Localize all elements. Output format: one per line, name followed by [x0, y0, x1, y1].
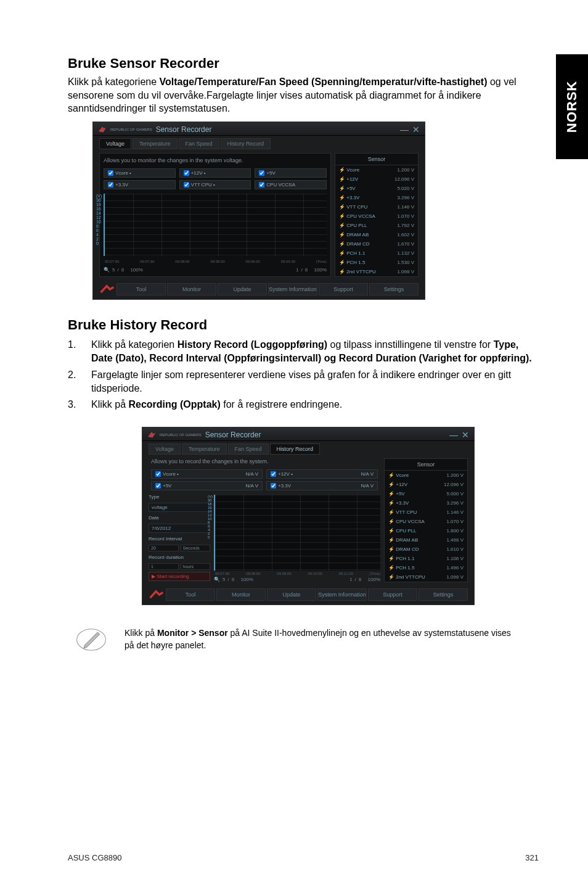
sensor-name: ⚡ PCH 1.5: [339, 260, 365, 265]
nav-support-2[interactable]: Support: [368, 588, 417, 601]
tab-temperature[interactable]: Temperature: [133, 138, 178, 149]
sensor-value: 1.800 V: [446, 528, 463, 534]
app-title-2: Sensor Recorder: [205, 431, 446, 439]
check-vcore-2-label: Vcore •: [163, 471, 179, 477]
bottom-nav: Tool Monitor Update System Information S…: [93, 283, 425, 299]
duration-value[interactable]: 1: [149, 563, 179, 570]
check-3v3[interactable]: +3.3V: [104, 180, 176, 189]
nav-settings-2[interactable]: Settings: [419, 588, 468, 601]
check-vcore-box[interactable]: [108, 170, 113, 176]
check-12v-box[interactable]: [184, 170, 189, 176]
x-time-3: 09:08:30: [210, 260, 224, 263]
check-vttcpu[interactable]: VTT CPU •: [179, 180, 251, 189]
interval-unit[interactable]: Seconds: [181, 545, 211, 551]
tab-fan-speed[interactable]: Fan Speed: [179, 138, 219, 149]
sensor-row: ⚡ DRAM AB1.498 V: [385, 535, 467, 545]
check-vcore-2-val: N/A V: [246, 471, 258, 477]
section2-steps: 1. Klikk på kategorien History Record (L…: [68, 337, 539, 412]
sensor-name: ⚡ DRAM CD: [388, 547, 419, 552]
check-5v-box[interactable]: [259, 170, 264, 176]
nav-settings[interactable]: Settings: [369, 283, 419, 295]
rog-logo-icon: [147, 431, 156, 439]
tab-voltage[interactable]: Voltage: [99, 138, 131, 149]
check-12v-2[interactable]: +12V •N/A V: [266, 469, 378, 479]
date-select[interactable]: 7/6/2012: [149, 524, 210, 533]
step-3-mid: for å registrere endringene.: [221, 399, 342, 410]
sensor-value: 1.098 V: [397, 269, 414, 274]
x-time-0: 00:07:00: [105, 260, 119, 263]
category-tabs-2: Voltage Temperature Fan Speed History Re…: [142, 441, 474, 455]
minimize-icon[interactable]: —: [449, 430, 458, 440]
section2-heading: Bruke History Record: [68, 317, 539, 333]
zoom-l1: /: [117, 267, 118, 273]
check-3v3-box[interactable]: [108, 182, 113, 188]
check-vccsa-box[interactable]: [259, 182, 264, 188]
check-3v3-2[interactable]: +3.3VN/A V: [266, 481, 378, 490]
app-titlebar: REPUBLIC OF GAMERS Sensor Recorder — ✕: [93, 122, 425, 136]
nav-tool[interactable]: Tool: [116, 283, 166, 295]
zoom-icon[interactable]: 🔍: [214, 577, 220, 582]
graph-panel: Allows you to monitor the changes in the…: [99, 153, 331, 277]
nav-monitor-2[interactable]: Monitor: [216, 588, 266, 601]
minimize-icon[interactable]: —: [400, 125, 409, 134]
check-5v-2-box[interactable]: [155, 483, 161, 489]
step-1-b1: History Record (Loggoppføring): [178, 339, 328, 350]
check-3v3-2-val: N/A V: [361, 483, 374, 489]
date-label: Date: [149, 514, 210, 522]
check-5v-label: +5V: [266, 170, 275, 176]
check-5v-2[interactable]: +5VN/A V: [151, 481, 263, 490]
check-vcore[interactable]: Vcore •: [104, 168, 176, 178]
close-icon[interactable]: ✕: [462, 430, 469, 440]
zoom-icon[interactable]: 🔍: [104, 267, 110, 273]
x-time-1: 09:07:30: [140, 260, 154, 263]
nav-tool-2[interactable]: Tool: [166, 588, 215, 601]
check-vttcpu-box[interactable]: [184, 182, 189, 188]
close-icon[interactable]: ✕: [412, 125, 420, 134]
section1-intro-pre: Klikk på kategoriene: [68, 76, 160, 87]
pencil-icon: [74, 622, 108, 657]
z2l3: 100%: [240, 577, 253, 582]
asus-logo-icon: [99, 283, 115, 295]
check-5v[interactable]: +5V: [255, 168, 327, 178]
tab-temperature-2[interactable]: Temperature: [182, 444, 227, 455]
interval-label: Record Interval: [149, 535, 210, 543]
sensor-row: ⚡ CPU PLL1.800 V: [385, 526, 467, 535]
step-2-num: 2.: [68, 368, 91, 396]
tab-voltage-2[interactable]: Voltage: [149, 444, 181, 455]
type-label: Type: [149, 493, 210, 501]
sensor-name: ⚡ +12V: [339, 176, 358, 182]
sensor-value: 1.070 V: [446, 519, 463, 524]
check-vcore-2[interactable]: Vcore •N/A V: [151, 469, 263, 479]
check-vccsa[interactable]: CPU VCCSA: [255, 180, 327, 189]
sensor-value: 12.096 V: [444, 482, 463, 487]
tab-history-record[interactable]: History Record: [221, 138, 271, 149]
check-12v-2-box[interactable]: [271, 471, 276, 477]
type-select[interactable]: voltage: [149, 503, 210, 512]
step-2: 2. Fargelagte linjer som representerer v…: [68, 368, 539, 396]
screenshot-sensor-recorder-history: REPUBLIC OF GAMERS Sensor Recorder — ✕ V…: [142, 427, 475, 605]
sensor-row: ⚡ VTT CPU1.146 V: [385, 508, 467, 517]
duration-unit[interactable]: hours: [181, 563, 211, 570]
step-3: 3. Klikk på Recording (Opptak) for å reg…: [68, 398, 539, 411]
sensor-value: 1.106 V: [446, 556, 463, 561]
start-recording-button[interactable]: ▶ Start recording: [149, 572, 210, 581]
nav-system-info[interactable]: System Information: [268, 283, 317, 295]
tab-history-record-2[interactable]: History Record: [270, 444, 321, 455]
nav-update[interactable]: Update: [218, 283, 267, 295]
nav-monitor[interactable]: Monitor: [167, 283, 216, 295]
page-footer: ASUS CG8890 321: [68, 853, 539, 862]
nav-support[interactable]: Support: [319, 283, 368, 295]
check-3v3-2-box[interactable]: [271, 483, 276, 489]
interval-value[interactable]: 20: [149, 545, 179, 551]
check-vcore-2-box[interactable]: [155, 471, 161, 477]
nav-system-info-2[interactable]: System Information: [317, 588, 367, 601]
sensor-name: ⚡ 2nd VTTCPU: [388, 574, 425, 580]
step-3-pre: Klikk på: [91, 399, 128, 410]
check-12v[interactable]: +12V •: [179, 168, 251, 178]
sensor-name: ⚡ Vcore: [339, 167, 359, 173]
tab-fan-speed-2[interactable]: Fan Speed: [228, 444, 269, 455]
x-time-5: 09:09:30: [281, 260, 295, 263]
nav-update-2[interactable]: Update: [267, 588, 316, 601]
zoom-bar: 🔍 5/8 100% 1/8 100%: [104, 266, 327, 273]
check-12v-2-label: +12V •: [278, 471, 293, 477]
